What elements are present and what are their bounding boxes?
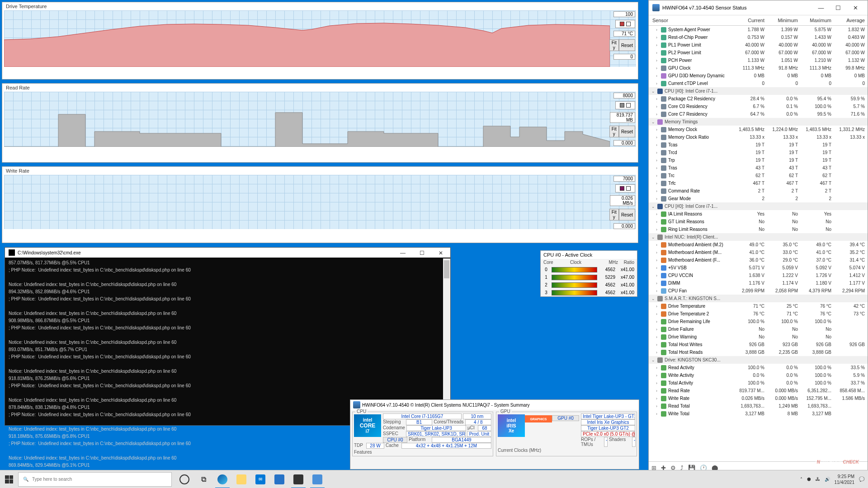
expand-icon[interactable]: › — [654, 73, 659, 78]
expand-icon[interactable]: ⌄ — [651, 296, 656, 301]
sensor-row[interactable]: ›Memory Clock Ratio13.33 x13.33 x13.33 x… — [649, 133, 868, 141]
expand-icon[interactable]: › — [654, 135, 659, 140]
sensor-row[interactable]: ›PL2 Power Limit67.000 W67.000 W67.000 W… — [649, 49, 868, 56]
minimize-button[interactable]: — — [393, 248, 412, 258]
tray-icon[interactable]: ⬢ — [807, 477, 811, 482]
sensor-row[interactable]: ›GT Limit ReasonsNoNoNo — [649, 218, 868, 225]
expand-icon[interactable]: › — [654, 319, 659, 324]
expand-icon[interactable]: › — [654, 181, 659, 186]
expand-icon[interactable]: › — [654, 96, 659, 101]
hdr-maximum[interactable]: Maximum — [801, 17, 834, 24]
expand-icon[interactable]: › — [654, 388, 659, 393]
fit-y-button[interactable]: Fit y — [609, 209, 619, 221]
expand-icon[interactable]: › — [654, 127, 659, 132]
sensor-row[interactable]: ›+5V VSB5.071 V5.059 V5.092 V5.074 V — [649, 264, 868, 272]
sensor-row[interactable]: ›Drive Temperature 276 °C71 °C76 °C73 °C — [649, 310, 868, 318]
hwinfo-sensor-window[interactable]: HWiNFO64 v7.10-4540 Sensor Status — ☐ ✕ … — [648, 0, 868, 474]
taskbar-hwinfo[interactable] — [308, 470, 326, 488]
sensor-row[interactable]: ›CPU VCCIN1.638 V1.222 V1.726 V1.412 V — [649, 272, 868, 279]
sensor-row[interactable]: ›Current cTDP Level0000 — [649, 80, 868, 87]
sensor-row[interactable]: ›Rest-of-Chip Power0.753 W0.157 W1.433 W… — [649, 33, 868, 41]
sensor-row[interactable]: ›Write Activity0.0 %0.0 %100.0 %5.9 % — [649, 371, 868, 379]
reset-button[interactable]: Reset — [619, 209, 635, 221]
expand-icon[interactable]: › — [654, 311, 659, 316]
hdr-minimum[interactable]: Minimum — [767, 17, 801, 24]
maximize-button[interactable]: ☐ — [830, 3, 847, 13]
expand-icon[interactable]: › — [654, 158, 659, 163]
sensor-group[interactable]: ⌄Memory Timings — [649, 118, 868, 126]
expand-icon[interactable]: › — [654, 219, 659, 224]
sensor-titlebar[interactable]: HWiNFO64 v7.10-4540 Sensor Status — ☐ ✕ — [649, 0, 868, 15]
expand-icon[interactable]: › — [654, 42, 659, 47]
expand-icon[interactable]: › — [654, 334, 659, 339]
expand-icon[interactable]: › — [654, 250, 659, 255]
sensor-row[interactable]: ›Total Activity100.0 %0.0 %100.0 %33.7 % — [649, 379, 868, 387]
sensor-row[interactable]: ›Total Host Reads3,888 GB2,235 GB3,888 G… — [649, 348, 868, 356]
task-view-button[interactable]: ⧉ — [194, 470, 212, 488]
hdr-average[interactable]: Average — [834, 17, 868, 24]
expand-icon[interactable]: › — [654, 66, 659, 70]
expand-icon[interactable]: › — [654, 227, 659, 232]
sensor-row[interactable]: ›DIMM1.176 V1.174 V1.180 V1.177 V — [649, 279, 868, 287]
sensor-group[interactable]: ⌄CPU [#0]: Intel Core i7-1... — [649, 202, 868, 210]
sensor-row[interactable]: ›Drive FailureNoNoNo — [649, 325, 868, 333]
expand-icon[interactable]: › — [654, 258, 659, 263]
expand-icon[interactable]: › — [654, 288, 659, 293]
expand-icon[interactable]: › — [654, 104, 659, 109]
expand-icon[interactable]: › — [654, 81, 659, 86]
expand-icon[interactable]: › — [654, 342, 659, 347]
search-box[interactable]: 🔍 Type here to search — [18, 472, 172, 487]
sensor-row[interactable]: ›Memory Clock1,483.5 MHz1,224.0 MHz1,483… — [649, 126, 868, 133]
sensor-row[interactable]: ›Tras43 T43 T43 T — [649, 164, 868, 172]
close-button[interactable]: ✕ — [847, 3, 864, 13]
start-button[interactable] — [0, 470, 18, 488]
sensor-row[interactable]: ›IA Limit ReasonsYesNoYes — [649, 210, 868, 218]
expand-icon[interactable]: › — [654, 396, 659, 401]
sensor-row[interactable]: ›Gear Mode222 — [649, 195, 868, 202]
maximize-button[interactable]: ☐ — [412, 248, 431, 258]
expand-icon[interactable]: › — [654, 350, 659, 355]
taskbar-explorer[interactable] — [232, 470, 250, 488]
reset-button[interactable]: Reset — [619, 126, 635, 137]
expand-icon[interactable]: › — [654, 35, 659, 40]
expand-icon[interactable]: › — [654, 365, 659, 370]
sensor-row[interactable]: ›Read Activity100.0 %0.0 %100.0 %33.5 % — [649, 364, 868, 371]
sensor-body[interactable]: ›System Agent Power1.788 W1.399 W5.875 W… — [649, 26, 868, 461]
expand-icon[interactable]: › — [654, 27, 659, 32]
cmd-titlebar[interactable]: C:\Windows\system32\cmd.exe — ☐ ✕ — [5, 248, 450, 258]
expand-icon[interactable]: › — [654, 173, 659, 178]
cortana-button[interactable] — [175, 470, 193, 488]
taskbar-mail[interactable]: ✉ — [251, 470, 269, 488]
expand-icon[interactable]: › — [654, 327, 659, 332]
sensor-row[interactable]: ›Core C0 Residency6.7 %0.1 %100.0 %5.7 % — [649, 103, 868, 110]
tray-volume-icon[interactable]: 🔊 — [825, 477, 830, 482]
sensor-row[interactable]: ›Read Total1,693,763...1,249 MB1,693,763… — [649, 402, 868, 410]
sensor-row[interactable]: ›System Agent Power1.788 W1.399 W5.875 W… — [649, 26, 868, 33]
sensor-group[interactable]: ⌄Drive: KINGSTON SKC30... — [649, 356, 868, 364]
sensor-row[interactable]: ›Drive WarningNoNoNo — [649, 333, 868, 341]
expand-icon[interactable]: › — [654, 273, 659, 278]
sensor-group[interactable]: ⌄S.M.A.R.T.: KINGSTON S... — [649, 295, 868, 302]
expand-icon[interactable]: › — [654, 50, 659, 55]
summary-titlebar[interactable]: HWiNFO64 v7.10-4540 © Intel(R) Client Sy… — [350, 400, 639, 410]
expand-icon[interactable]: › — [654, 196, 659, 201]
sensor-row[interactable]: ›Motherboard Ambient (M...41.0 °C33.0 °C… — [649, 249, 868, 256]
hwinfo-summary-window[interactable]: HWiNFO64 v7.10-4540 © Intel(R) Client Sy… — [350, 399, 639, 469]
expand-icon[interactable]: ⌄ — [651, 119, 656, 124]
fit-y-button[interactable]: Fit y — [609, 126, 619, 137]
sensor-row[interactable]: ›Motherboard Ambient (M.2)49.0 °C35.0 °C… — [649, 241, 868, 249]
expand-icon[interactable]: › — [654, 373, 659, 378]
sensor-row[interactable]: ›Core C7 Residency64.7 %0.0 %99.5 %71.6 … — [649, 110, 868, 118]
expand-icon[interactable]: › — [654, 242, 659, 247]
sensor-row[interactable]: ›Package C2 Residency28.4 %0.0 %95.4 %59… — [649, 95, 868, 103]
cpu-selector[interactable]: CPU #0 — [383, 437, 407, 443]
taskbar-store[interactable] — [270, 470, 288, 488]
taskbar[interactable]: 🔍 Type here to search ⧉ ✉ ˄ ⬢ 🖧 🔊 9:25 P… — [0, 470, 868, 488]
expand-icon[interactable]: › — [654, 58, 659, 63]
tray-network-icon[interactable]: 🖧 — [816, 477, 820, 482]
sensor-row[interactable]: ›GPU Clock111.3 MHz91.8 MHz111.3 MHz99.8… — [649, 64, 868, 72]
expand-icon[interactable]: › — [654, 142, 659, 147]
expand-icon[interactable]: › — [654, 211, 659, 216]
expand-icon[interactable]: › — [654, 165, 659, 170]
fit-y-button[interactable]: Fit y — [609, 39, 619, 51]
